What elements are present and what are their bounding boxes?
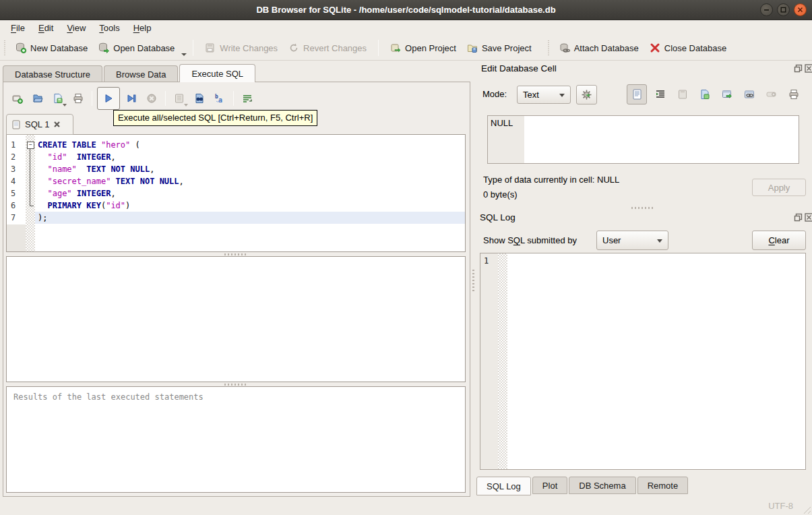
- close-tab-icon[interactable]: [53, 121, 61, 128]
- results-grid-panel[interactable]: [6, 256, 466, 382]
- resize-grip[interactable]: [802, 505, 811, 514]
- project-save-icon: [467, 42, 478, 53]
- save-sql-file-button[interactable]: [49, 88, 67, 109]
- revert-changes-button[interactable]: Revert Changes: [283, 39, 372, 57]
- code-line[interactable]: 4 "secret_name" TEXT NOT NULL,: [7, 175, 465, 187]
- tab-database-structure[interactable]: Database Structure: [3, 65, 102, 82]
- dock-float-icon[interactable]: [794, 213, 803, 222]
- print-icon: [73, 93, 84, 104]
- toolbar-handle[interactable]: [3, 40, 7, 55]
- copy-link-button[interactable]: [741, 85, 758, 104]
- dock-close-icon[interactable]: [805, 64, 812, 73]
- sql-code-editor[interactable]: 1CREATE TABLE "hero" (2 "id" INTEGER,3 "…: [6, 134, 466, 252]
- save-project-button[interactable]: Save Project: [462, 39, 537, 57]
- line-number: 1: [7, 139, 26, 151]
- minimize-button[interactable]: [760, 3, 773, 16]
- fold-column: [26, 187, 35, 200]
- tab-plot[interactable]: Plot: [532, 477, 567, 494]
- tab-remote[interactable]: Remote: [637, 477, 689, 494]
- attach-database-button[interactable]: Attach Database: [554, 39, 644, 57]
- code-text[interactable]: "secret_name" TEXT NOT NULL,: [35, 175, 465, 187]
- fold-column: [26, 175, 35, 187]
- find-button[interactable]: [191, 88, 208, 109]
- results-message-panel[interactable]: Results of the last executed statements: [6, 386, 466, 493]
- open-database-dropdown-arrow[interactable]: [181, 53, 187, 56]
- open-sql-file-button[interactable]: [29, 88, 46, 109]
- code-lines[interactable]: 1CREATE TABLE "hero" (2 "id" INTEGER,3 "…: [7, 139, 465, 224]
- code-text[interactable]: "name" TEXT NOT NULL,: [35, 163, 465, 175]
- menu-help[interactable]: Help: [127, 21, 158, 35]
- set-null-button[interactable]: [763, 85, 780, 104]
- code-line[interactable]: 5 "age" INTEGER,: [7, 187, 465, 200]
- execute-line-button[interactable]: [123, 88, 140, 109]
- format-sql-button[interactable]: ba: [211, 88, 228, 109]
- execute-all-button[interactable]: [97, 87, 120, 110]
- sql-log-view[interactable]: 1: [480, 253, 806, 470]
- save-dropdown-arrow[interactable]: [63, 104, 67, 107]
- sql-toolbar: ba: [7, 86, 257, 111]
- main-vertical-splitter[interactable]: [471, 62, 475, 497]
- new-database-button[interactable]: New Database: [10, 39, 93, 57]
- combo-arrow-icon: [657, 239, 662, 243]
- save-results-button[interactable]: [170, 88, 188, 109]
- log-filter-combo[interactable]: User: [596, 231, 668, 250]
- encoding-indicator[interactable]: UTF-8: [768, 501, 793, 511]
- open-project-button[interactable]: Open Project: [385, 39, 462, 57]
- edit-cell-dock-header: Edit Database Cell: [481, 63, 557, 73]
- write-changes-button[interactable]: Write Changes: [199, 39, 283, 57]
- new-sql-tab-button[interactable]: [9, 88, 26, 109]
- code-text[interactable]: CREATE TABLE "hero" (: [35, 139, 465, 151]
- sql-document-tab[interactable]: SQL 1: [6, 114, 73, 135]
- tab-sql-log[interactable]: SQL Log: [476, 477, 531, 495]
- menu-view[interactable]: View: [60, 21, 92, 35]
- mode-combo[interactable]: Text: [517, 86, 571, 104]
- print-cell-button[interactable]: [785, 85, 803, 104]
- menu-tools[interactable]: Tools: [92, 21, 126, 35]
- import-text-button[interactable]: [674, 85, 691, 104]
- tab-browse-data[interactable]: Browse Data: [104, 65, 178, 82]
- text-mode-button[interactable]: [627, 84, 647, 104]
- execute-all-icon: [103, 93, 114, 104]
- code-line[interactable]: 3 "name" TEXT NOT NULL,: [7, 163, 465, 175]
- log-fold-margin: [498, 253, 507, 469]
- titlebar[interactable]: DB Browser for SQLite - /home/user/code/…: [0, 0, 812, 20]
- close-database-button[interactable]: Close Database: [644, 39, 732, 57]
- toolbar-separator: [193, 40, 193, 56]
- export-text-button[interactable]: [696, 85, 714, 104]
- code-line[interactable]: 1CREATE TABLE "hero" (: [7, 139, 465, 151]
- dock-float-icon[interactable]: [794, 64, 803, 73]
- execute-sql-panel: ba SQL 1 1CREATE TABLE "hero" (2 "id" IN…: [3, 82, 470, 497]
- save-file-icon: [53, 93, 63, 104]
- code-line[interactable]: 2 "id" INTEGER,: [7, 151, 465, 163]
- mode-label: Mode:: [482, 89, 507, 99]
- new-tab-icon: [12, 93, 23, 104]
- code-line[interactable]: 6 PRIMARY KEY("id"): [7, 200, 465, 212]
- close-button[interactable]: [794, 3, 807, 16]
- code-text[interactable]: PRIMARY KEY("id"): [35, 200, 465, 212]
- maximize-button[interactable]: [777, 3, 790, 16]
- tab-db-schema[interactable]: DB Schema: [569, 477, 635, 494]
- word-wrap-cell-button[interactable]: [652, 85, 669, 104]
- toolbar-handle[interactable]: [546, 40, 551, 55]
- open-database-button[interactable]: Open Database: [93, 39, 180, 57]
- fold-marker[interactable]: [26, 139, 35, 151]
- word-wrap-button[interactable]: [239, 88, 256, 109]
- stop-button[interactable]: [143, 88, 160, 109]
- cell-value-editor[interactable]: NULL: [487, 115, 799, 164]
- code-text[interactable]: "age" INTEGER,: [35, 187, 465, 200]
- clear-log-button[interactable]: Clear: [752, 231, 806, 250]
- apply-button[interactable]: Apply: [752, 179, 806, 196]
- menu-edit[interactable]: Edit: [32, 21, 60, 35]
- tab-execute-sql[interactable]: Execute SQL: [179, 64, 255, 82]
- auto-mode-button[interactable]: [576, 85, 597, 104]
- menu-file[interactable]: File: [4, 21, 32, 35]
- code-text[interactable]: );: [35, 212, 465, 224]
- code-line[interactable]: 7);: [7, 212, 465, 224]
- format-sql-icon: ba: [214, 93, 225, 104]
- print-sql-button[interactable]: [69, 88, 87, 109]
- code-text[interactable]: "id" INTEGER,: [35, 151, 465, 163]
- open-in-external-button[interactable]: [718, 85, 736, 104]
- import-icon: [677, 89, 688, 100]
- dock-close-icon[interactable]: [805, 213, 812, 222]
- dock-splitter[interactable]: [480, 205, 806, 210]
